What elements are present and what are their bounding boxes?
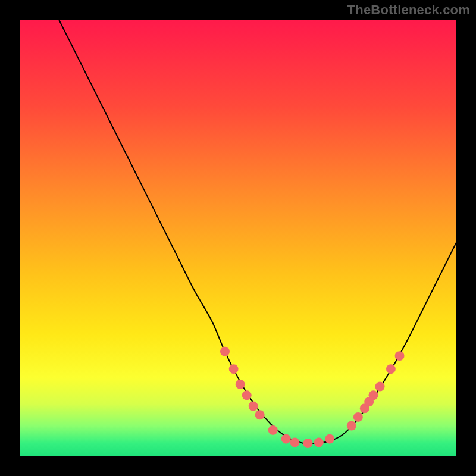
data-marker: [353, 412, 363, 422]
data-marker: [249, 402, 258, 411]
gradient-background: [20, 20, 456, 456]
data-marker: [395, 351, 405, 361]
data-marker: [290, 438, 299, 447]
bottleneck-chart: [20, 20, 456, 456]
plot-area: [20, 20, 456, 456]
data-marker: [220, 347, 230, 356]
data-marker: [314, 438, 324, 447]
data-marker: [386, 364, 396, 374]
data-marker: [281, 434, 291, 444]
attribution-text: TheBottleneck.com: [347, 2, 470, 18]
data-marker: [255, 410, 265, 419]
data-marker: [242, 390, 252, 400]
data-marker: [229, 364, 239, 374]
chart-frame: TheBottleneck.com: [0, 0, 476, 476]
data-marker: [347, 421, 356, 431]
data-marker: [369, 390, 378, 400]
data-marker: [375, 382, 385, 392]
data-marker: [236, 380, 245, 389]
data-marker: [268, 425, 278, 435]
data-marker: [325, 434, 334, 444]
data-marker: [303, 439, 312, 448]
